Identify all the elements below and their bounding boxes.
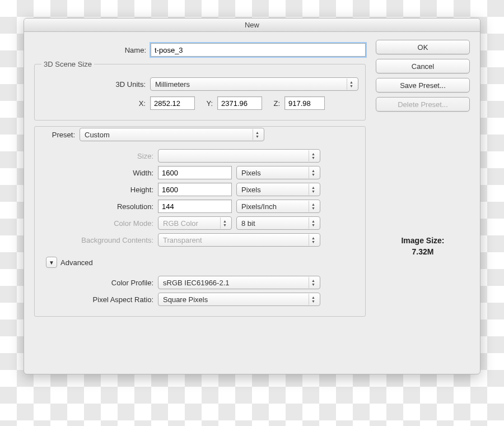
advanced-label: Advanced (60, 258, 93, 267)
updown-icon: ▲▼ (309, 201, 318, 212)
save-preset-button[interactable]: Save Preset... (376, 78, 470, 92)
width-input[interactable] (158, 166, 232, 179)
color-mode-label: Color Mode: (41, 219, 153, 228)
units-value: Millimeters (155, 80, 190, 89)
width-unit-value: Pixels (241, 169, 261, 177)
x-label: X: (41, 99, 146, 108)
background-value: Transparent (163, 236, 202, 244)
delete-preset-button: Delete Preset... (376, 97, 470, 112)
pixel-aspect-label: Pixel Aspect Ratio: (41, 295, 153, 304)
size-label: Size: (41, 152, 153, 160)
image-size-value: 7.32M (376, 247, 470, 256)
height-unit-select[interactable]: Pixels ▲▼ (236, 183, 320, 196)
height-input[interactable] (158, 183, 232, 196)
resolution-unit-value: Pixels/Inch (241, 202, 277, 211)
updown-icon: ▲▼ (309, 217, 318, 229)
updown-icon: ▲▼ (220, 217, 229, 229)
y-input[interactable] (217, 96, 262, 110)
units-label: 3D Units: (41, 80, 146, 89)
updown-icon: ▲▼ (309, 150, 318, 161)
preset-label: Preset: (41, 131, 75, 139)
preset-select[interactable]: Custom ▲▼ (80, 128, 264, 141)
image-size-readout: Image Size: 7.32M (376, 234, 470, 258)
scene-size-legend: 3D Scene Size (41, 60, 94, 68)
y-label: Y: (199, 99, 213, 108)
cancel-button[interactable]: Cancel (376, 59, 470, 73)
advanced-disclosure[interactable]: ▼ (46, 257, 57, 268)
units-select[interactable]: Millimeters ▲▼ (150, 77, 358, 91)
background-label: Background Contents: (41, 236, 153, 244)
color-profile-select[interactable]: sRGB IEC61966-2.1 ▲▼ (158, 276, 320, 289)
size-select: ▲▼ (158, 149, 320, 163)
updown-icon: ▲▼ (309, 184, 318, 195)
color-depth-value: 8 bit (241, 219, 255, 228)
updown-icon: ▲▼ (309, 234, 318, 246)
background-select: Transparent ▲▼ (158, 233, 320, 247)
updown-icon: ▲▼ (347, 78, 356, 90)
color-mode-select: RGB Color ▲▼ (158, 216, 232, 230)
updown-icon: ▲▼ (253, 129, 262, 140)
name-input[interactable] (151, 43, 366, 57)
z-label: Z: (267, 99, 280, 108)
pixel-aspect-select[interactable]: Square Pixels ▲▼ (158, 293, 320, 306)
resolution-input[interactable] (158, 200, 232, 213)
pixel-aspect-value: Square Pixels (163, 295, 208, 304)
z-input[interactable] (284, 96, 325, 110)
width-unit-select[interactable]: Pixels ▲▼ (236, 166, 320, 179)
width-label: Width: (41, 169, 153, 177)
color-profile-value: sRGB IEC61966-2.1 (163, 279, 230, 287)
height-unit-value: Pixels (241, 186, 261, 194)
updown-icon: ▲▼ (309, 167, 318, 178)
dialog-title: New (24, 18, 480, 32)
updown-icon: ▲▼ (309, 277, 318, 288)
updown-icon: ▲▼ (309, 294, 318, 305)
color-depth-select[interactable]: 8 bit ▲▼ (236, 216, 320, 230)
ok-button[interactable]: OK (376, 40, 470, 54)
new-document-dialog: New Name: 3D Scene Size 3D Units: Millim… (24, 18, 480, 374)
resolution-unit-select[interactable]: Pixels/Inch ▲▼ (236, 200, 320, 213)
color-mode-value: RGB Color (163, 219, 198, 228)
scene-size-group: 3D Scene Size 3D Units: Millimeters ▲▼ X… (34, 60, 366, 121)
image-size-label: Image Size: (376, 236, 470, 245)
height-label: Height: (41, 186, 153, 194)
name-label: Name: (34, 46, 146, 54)
preset-value: Custom (85, 131, 110, 139)
resolution-label: Resolution: (41, 202, 153, 211)
color-profile-label: Color Profile: (41, 279, 153, 287)
x-input[interactable] (150, 96, 195, 110)
preset-group: Preset: Custom ▲▼ Size: ▲▼ Width: (34, 126, 366, 317)
